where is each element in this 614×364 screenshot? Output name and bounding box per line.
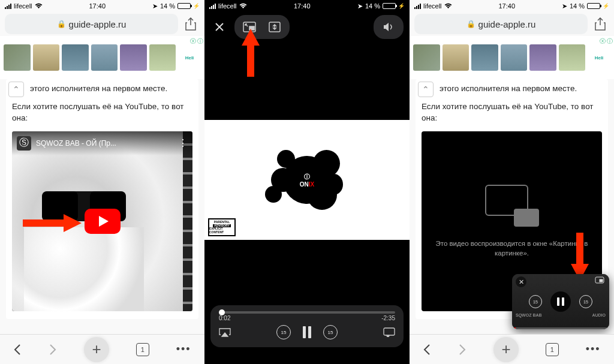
screenshot-1-safari-page: lifecell 17:40 ➤ 14 % ⚡ 🔒 guide-apple.ru…: [0, 0, 204, 364]
address-bar-row: 🔒 guide-apple.ru: [410, 12, 614, 36]
screenshot-2-fullscreen-player: lifecell 17:40 ➤ 14 % ⚡: [204, 0, 410, 364]
forward-button[interactable]: [458, 344, 466, 356]
article-text: этого исполнителя на первом месте.: [30, 83, 192, 95]
parental-advisory-label: PARENTAL ADVISORY EXPLICIT CONTENT: [208, 218, 236, 236]
pip-message: Это видео воспроизводится в окне «Картин…: [434, 239, 590, 258]
annotation-arrow-down: [571, 233, 589, 281]
ad-close-icon[interactable]: ⓧ: [190, 37, 196, 46]
forward-15-button[interactable]: 15: [323, 325, 338, 339]
carrier-label: lifecell: [14, 2, 32, 10]
speaker-icon: [381, 19, 396, 35]
ad-thumb: [91, 44, 118, 71]
youtube-embed[interactable]: Ⓢ SQWOZ BAB - ОЙ (Пр... ⋮: [12, 131, 192, 311]
back-button[interactable]: [423, 344, 431, 356]
lock-icon: 🔒: [466, 20, 475, 28]
address-bar-row: 🔒 guide-apple.ru: [0, 12, 204, 36]
remaining-time: -2:35: [381, 315, 395, 321]
seek-slider[interactable]: [219, 311, 395, 314]
ad-banner[interactable]: ⓧ ⓘ Heli: [410, 36, 614, 79]
pip-forward-button[interactable]: 15: [579, 295, 592, 308]
album-logo: ⒾONIX: [300, 173, 314, 188]
elapsed-time: 0:02: [219, 315, 230, 321]
youtube-play-button[interactable]: [85, 209, 121, 234]
airplay-button[interactable]: [219, 327, 231, 337]
close-player-button[interactable]: [210, 18, 228, 36]
battery-icon: [177, 3, 191, 9]
location-icon: ➤: [562, 2, 567, 10]
battery-pct: 14 %: [160, 2, 175, 10]
battery-pct: 14 %: [365, 2, 380, 10]
ad-thumb: [413, 44, 440, 71]
forward-button[interactable]: [49, 344, 57, 356]
pip-window[interactable]: ✕ SQWOZ BAB AUDIO 15 15: [512, 274, 609, 329]
captions-button[interactable]: [383, 327, 395, 337]
menu-button[interactable]: •••: [586, 343, 601, 356]
menu-button[interactable]: •••: [176, 343, 191, 356]
clock: 17:40: [498, 2, 515, 10]
pip-pause-button[interactable]: [550, 291, 571, 312]
article-text: Если хотите послушать её на YouTube, то …: [422, 101, 602, 124]
signal-icon: [209, 4, 216, 9]
safari-toolbar: + 1 •••: [0, 334, 204, 364]
new-tab-button[interactable]: +: [493, 337, 519, 362]
pip-watermark: AUDIO: [592, 313, 606, 317]
status-bar: lifecell 17:40 ➤ 14 % ⚡: [204, 0, 410, 12]
scroll-top-button[interactable]: ⌃: [8, 82, 24, 97]
svg-rect-3: [384, 328, 395, 335]
pip-expand-button[interactable]: [595, 276, 606, 285]
clock: 17:40: [89, 2, 106, 10]
rewind-15-button[interactable]: 15: [276, 325, 291, 339]
video-frame[interactable]: ⒾONIX PARENTAL ADVISORY EXPLICIT CONTENT: [204, 120, 410, 240]
album-art: ⒾONIX: [265, 144, 349, 216]
scroll-top-button[interactable]: ⌃: [418, 82, 434, 97]
article-text: этого исполнителя на первом месте.: [440, 83, 602, 95]
address-bar[interactable]: 🔒 guide-apple.ru: [5, 14, 178, 34]
address-bar[interactable]: 🔒 guide-apple.ru: [414, 14, 588, 34]
ad-thumb: [501, 44, 528, 71]
pip-watermark: SQWOZ BAB: [516, 313, 542, 317]
video-menu-icon[interactable]: ⋮: [178, 137, 188, 149]
charging-icon: ⚡: [398, 3, 405, 9]
volume-pill[interactable]: [374, 15, 404, 39]
charging-icon: ⚡: [603, 3, 609, 9]
annotation-arrow-up: [242, 29, 260, 77]
carrier-label: lifecell: [218, 2, 237, 10]
wifi-icon: [35, 3, 43, 9]
new-tab-button[interactable]: +: [84, 337, 109, 362]
channel-avatar[interactable]: Ⓢ: [17, 136, 31, 151]
wifi-icon: [444, 3, 452, 9]
fit-screen-button[interactable]: [267, 19, 282, 35]
status-bar: lifecell 17:40 ➤ 14 % ⚡: [410, 0, 614, 12]
battery-pct: 14 %: [570, 2, 585, 10]
ad-info-icon[interactable]: ⓘ: [197, 37, 203, 46]
screenshot-3-pip-active: lifecell 17:40 ➤ 14 % ⚡ 🔒 guide-apple.ru…: [410, 0, 614, 364]
carrier-label: lifecell: [423, 2, 442, 10]
tabs-button[interactable]: 1: [546, 343, 559, 356]
signal-icon: [5, 4, 11, 9]
ad-banner[interactable]: ⓧ ⓘ Heli: [0, 36, 204, 79]
clock: 17:40: [294, 2, 311, 10]
share-button[interactable]: [182, 15, 200, 33]
article-text: Если хотите послушать её на YouTube, то …: [12, 101, 192, 124]
ad-thumb: [149, 44, 176, 71]
location-icon: ➤: [152, 2, 158, 10]
pip-rewind-button[interactable]: 15: [529, 295, 542, 308]
playback-bar: 0:02 -2:35 15 15: [210, 305, 404, 347]
battery-icon: [383, 3, 396, 9]
ad-info-icon[interactable]: ⓘ: [607, 37, 613, 46]
url-text: guide-apple.ru: [69, 19, 127, 29]
pause-button[interactable]: [303, 326, 311, 338]
ad-brand: Heli: [178, 55, 201, 61]
tabs-button[interactable]: 1: [136, 343, 149, 356]
back-button[interactable]: [13, 344, 22, 356]
video-title: SQWOZ BAB - ОЙ (Пр...: [36, 139, 173, 148]
share-button[interactable]: [591, 15, 609, 33]
ad-thumb: [529, 44, 556, 71]
battery-icon: [587, 3, 600, 9]
ad-close-icon[interactable]: ⓧ: [600, 37, 606, 46]
url-text: guide-apple.ru: [478, 19, 536, 29]
pip-progress[interactable]: [512, 327, 609, 329]
status-bar: lifecell 17:40 ➤ 14 % ⚡: [0, 0, 204, 12]
location-icon: ➤: [357, 2, 363, 10]
pip-close-button[interactable]: ✕: [516, 276, 526, 287]
